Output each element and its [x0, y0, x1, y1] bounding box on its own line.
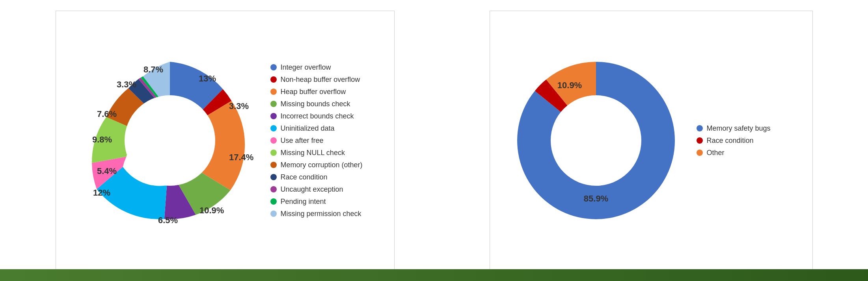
- legend-item-missing-permission: Missing permission check: [270, 210, 365, 218]
- label-9_8: 9.8%: [92, 135, 112, 144]
- legend-label-non-heap: Non-heap buffer overflow: [281, 76, 360, 84]
- legend-label-race-condition: Race condition: [281, 173, 328, 181]
- legend-dot-memory-safety: [697, 125, 703, 131]
- legend-label-memory-safety: Memory safety bugs: [707, 124, 771, 133]
- legend-label-race-condition-right: Race condition: [707, 137, 754, 145]
- legend-dot-uninit-data: [270, 125, 277, 131]
- legend-label-uncaught-exception: Uncaught exception: [281, 185, 343, 194]
- legend-dot-race-condition-right: [697, 137, 703, 144]
- legend-item-memory-corruption: Memory corruption (other): [270, 161, 365, 169]
- label-85_9: 85.9%: [583, 194, 608, 203]
- legend-dot-other: [697, 150, 703, 156]
- legend-label-other: Other: [707, 149, 725, 157]
- label-13: 13%: [199, 74, 216, 83]
- legend-dot-pending-intent: [270, 198, 277, 205]
- legend-dot-missing-bounds: [270, 101, 277, 107]
- right-donut-chart: 85.9% 10.9%: [511, 56, 681, 225]
- legend-label-missing-permission: Missing permission check: [281, 210, 361, 218]
- label-10_9-left: 10.9%: [199, 205, 224, 215]
- left-chart-container: 13% 3.3% 17.4% 10.9% 6.5% 12% 5.4% 9.8% …: [56, 11, 395, 270]
- legend-item-incorrect-bounds: Incorrect bounds check: [270, 112, 365, 120]
- legend-dot-uncaught-exception: [270, 186, 277, 192]
- legend-item-missing-bounds: Missing bounds check: [270, 100, 365, 108]
- label-8_7: 8.7%: [143, 65, 163, 74]
- label-12: 12%: [93, 188, 110, 198]
- donut-hole-right: [551, 95, 641, 186]
- label-7_6: 7.6%: [97, 109, 117, 119]
- legend-item-missing-null: Missing NULL check: [270, 149, 365, 157]
- legend-dot-use-after-free: [270, 137, 277, 144]
- legend-label-integer-overflow: Integer overflow: [281, 63, 331, 72]
- label-6_5: 6.5%: [158, 215, 178, 225]
- legend-dot-heap-overflow: [270, 89, 277, 95]
- legend-label-uninit-data: Uninitialized data: [281, 124, 335, 133]
- legend-dot-memory-corruption: [270, 162, 277, 168]
- left-donut-chart: 13% 3.3% 17.4% 10.9% 6.5% 12% 5.4% 9.8% …: [85, 56, 255, 225]
- legend-label-heap-overflow: Heap buffer overflow: [281, 88, 346, 96]
- legend-item-memory-safety: Memory safety bugs: [697, 124, 791, 133]
- left-chart-legend: Integer overflow Non-heap buffer overflo…: [270, 63, 365, 218]
- legend-dot-incorrect-bounds: [270, 113, 277, 119]
- legend-dot-race-condition: [270, 174, 277, 180]
- legend-item-non-heap: Non-heap buffer overflow: [270, 76, 365, 84]
- right-chart-legend: Memory safety bugs Race condition Other: [697, 124, 791, 157]
- legend-label-missing-bounds: Missing bounds check: [281, 100, 350, 108]
- legend-item-race-condition: Race condition: [270, 173, 365, 181]
- legend-dot-integer-overflow: [270, 64, 277, 70]
- legend-label-incorrect-bounds: Incorrect bounds check: [281, 112, 354, 120]
- bottom-bar: [0, 269, 868, 281]
- legend-dot-missing-permission: [270, 211, 277, 217]
- legend-label-missing-null: Missing NULL check: [281, 149, 345, 157]
- legend-dot-missing-null: [270, 150, 277, 156]
- legend-item-race-condition-right: Race condition: [697, 137, 791, 145]
- label-3_3-bottom: 3.3%: [117, 79, 136, 89]
- legend-item-use-after-free: Use after free: [270, 137, 365, 145]
- donut-hole-left: [125, 95, 215, 186]
- legend-item-pending-intent: Pending intent: [270, 198, 365, 206]
- legend-item-other: Other: [697, 149, 791, 157]
- label-3_3-top: 3.3%: [229, 101, 249, 111]
- legend-label-pending-intent: Pending intent: [281, 198, 326, 206]
- legend-item-uncaught-exception: Uncaught exception: [270, 185, 365, 194]
- legend-dot-non-heap: [270, 76, 277, 83]
- label-5_4: 5.4%: [97, 166, 117, 176]
- legend-item-uninit-data: Uninitialized data: [270, 124, 365, 133]
- legend-item-integer-overflow: Integer overflow: [270, 63, 365, 72]
- legend-item-heap-overflow: Heap buffer overflow: [270, 88, 365, 96]
- legend-label-use-after-free: Use after free: [281, 137, 324, 145]
- right-chart-container: 85.9% 10.9% Memory safety bugs Race cond…: [490, 11, 813, 270]
- label-10_9-right: 10.9%: [557, 80, 581, 90]
- legend-label-memory-corruption: Memory corruption (other): [281, 161, 363, 169]
- label-17_4: 17.4%: [229, 152, 253, 162]
